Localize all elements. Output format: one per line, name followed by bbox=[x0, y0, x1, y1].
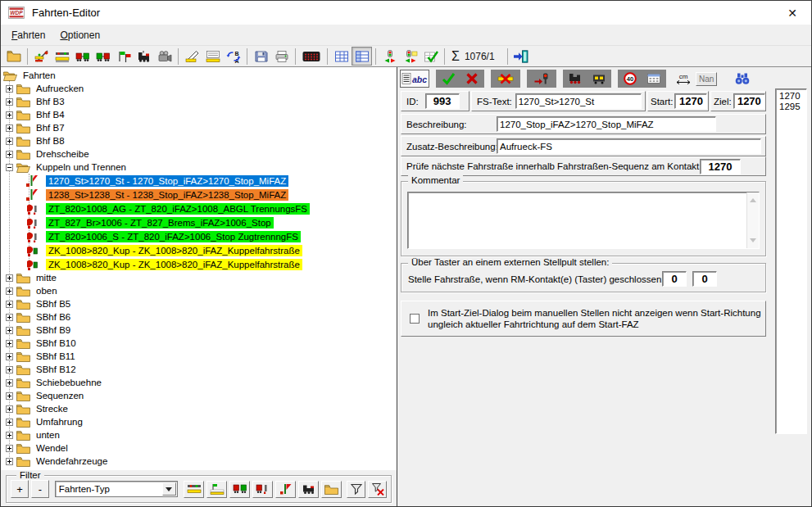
filter-wagons-red-green-button[interactable] bbox=[229, 481, 250, 498]
collapse-minus-icon[interactable] bbox=[6, 164, 13, 171]
expand-plus-icon[interactable] bbox=[6, 458, 13, 465]
tree-folder-item[interactable]: Bhf B3 bbox=[1, 95, 397, 108]
rename-abc-button[interactable]: abc bbox=[400, 70, 429, 88]
wagons-red-green-button[interactable] bbox=[72, 47, 93, 66]
tree-folder-item[interactable]: oben bbox=[1, 284, 397, 297]
tree-folder-item[interactable]: Bhf B8 bbox=[1, 134, 397, 147]
tree-folder-item[interactable]: Strecke bbox=[1, 402, 397, 415]
tree-folder-item[interactable]: SBhf B6 bbox=[1, 310, 397, 324]
track-profile-button[interactable] bbox=[52, 47, 72, 66]
expand-plus-icon[interactable] bbox=[6, 340, 13, 347]
exit-button[interactable] bbox=[511, 47, 532, 66]
tree-route-item[interactable]: ZK_1008>820_Kup - ZK_1008>820_iFAZ_Kuppe… bbox=[1, 257, 397, 271]
start-ziel-checkbox[interactable] bbox=[410, 314, 420, 324]
expand-plus-icon[interactable] bbox=[6, 419, 13, 426]
expand-plus-icon[interactable] bbox=[6, 124, 13, 132]
save-button[interactable] bbox=[251, 47, 271, 66]
tree-folder-item[interactable]: Drehscheibe bbox=[1, 147, 397, 161]
expand-plus-icon[interactable] bbox=[6, 353, 13, 360]
tree-folder-item[interactable]: Wendel bbox=[1, 441, 397, 455]
tree-folder-item[interactable]: SBhf B10 bbox=[1, 337, 397, 350]
locomotive-button[interactable] bbox=[565, 70, 586, 88]
combo-dropdown-arrow-icon[interactable] bbox=[162, 482, 176, 496]
tree-folder-item[interactable]: SBhf B11 bbox=[1, 350, 397, 363]
locomotive-button[interactable] bbox=[134, 47, 154, 66]
signal-transfer-right-button[interactable] bbox=[400, 47, 420, 66]
ab-swap-button[interactable]: B A bbox=[223, 47, 243, 66]
tree-folder-item[interactable]: Aufruecken bbox=[1, 82, 397, 95]
taster-kontakt-1-field[interactable]: 0 bbox=[662, 271, 687, 287]
kontakt-field[interactable]: 1270 bbox=[700, 159, 741, 174]
expand-plus-icon[interactable] bbox=[6, 366, 13, 373]
clear-filter-button[interactable] bbox=[368, 481, 387, 498]
tree-route-item[interactable]: ZT_820>1008_AG - ZT_820_iFAZ>1008_ABGL T… bbox=[1, 201, 397, 215]
expand-plus-icon[interactable] bbox=[6, 274, 13, 282]
expand-plus-icon[interactable] bbox=[6, 405, 13, 413]
kommentar-scrollbar[interactable] bbox=[746, 192, 759, 248]
kontakt-list-item[interactable]: 1270 bbox=[779, 91, 806, 102]
filter-wagon-split-button[interactable] bbox=[252, 481, 273, 498]
expand-plus-icon[interactable] bbox=[6, 287, 13, 295]
open-folder-button[interactable] bbox=[3, 47, 24, 66]
tree-route-item[interactable]: ZK_1008>820_Kup - ZK_1008>820_iFAZ_Kuppe… bbox=[1, 243, 397, 257]
speed-limit-button[interactable]: 40 bbox=[619, 70, 641, 88]
tree-folder-item[interactable]: Sequenzen bbox=[1, 389, 397, 402]
expand-plus-icon[interactable] bbox=[6, 314, 13, 321]
keyboard-matrix-button[interactable] bbox=[299, 47, 324, 66]
tree-folder-item[interactable]: Bhf B7 bbox=[1, 121, 397, 134]
expand-plus-icon[interactable] bbox=[6, 392, 13, 400]
filter-flag-signal-button[interactable] bbox=[275, 481, 296, 498]
kontakt-listbox[interactable]: 1270 1295 bbox=[775, 88, 807, 434]
tree-folder-item[interactable]: Wendefahrzeuge bbox=[1, 455, 397, 468]
track-list-button[interactable] bbox=[202, 47, 223, 66]
signal-transfer-left-button[interactable] bbox=[379, 47, 400, 66]
tree-folder-item[interactable]: SBhf B9 bbox=[1, 324, 397, 337]
track-edit-button[interactable] bbox=[182, 47, 202, 66]
filter-add-button[interactable]: + bbox=[11, 480, 29, 498]
expand-plus-icon[interactable] bbox=[6, 98, 13, 106]
zusatz-beschreibung-field[interactable]: Aufrueck-FS bbox=[497, 138, 761, 154]
keypad-button[interactable] bbox=[643, 70, 665, 88]
search-button[interactable] bbox=[732, 70, 753, 88]
beschreibung-field[interactable]: 1270_Stop_iFAZ>1270_Stop_MiFAZ bbox=[497, 116, 716, 132]
wagons-green-red-button[interactable] bbox=[93, 47, 113, 66]
delete-route-button[interactable] bbox=[492, 70, 519, 88]
expand-plus-icon[interactable] bbox=[6, 138, 13, 145]
table-split-button[interactable] bbox=[352, 47, 372, 66]
tree-route-item[interactable]: 1270_St>1270_St - 1270_Stop_iFAZ>1270_St… bbox=[1, 174, 397, 188]
tree-folder-item[interactable]: unten bbox=[1, 428, 397, 441]
flags-green-red-button[interactable] bbox=[113, 47, 134, 66]
close-button[interactable]: ✕ bbox=[773, 1, 811, 25]
expand-plus-icon[interactable] bbox=[6, 327, 13, 334]
nan-button[interactable]: Nan bbox=[696, 72, 717, 86]
tree-folder-kuppeln-und-trennen[interactable]: Kuppeln und Trennen bbox=[1, 161, 397, 174]
start-field[interactable]: 1270 bbox=[674, 93, 707, 109]
filter-type-combobox[interactable]: Fahrten-Typ bbox=[55, 481, 178, 497]
confirm-button[interactable] bbox=[438, 70, 459, 88]
filter-locomotive-button[interactable] bbox=[298, 481, 319, 498]
tree-route-item[interactable]: ZT_820>1006_S - ZT_820_iFAZ>1006_Stop Zu… bbox=[1, 229, 397, 243]
wagon-button[interactable] bbox=[588, 70, 610, 88]
filter-track-flag-button[interactable] bbox=[206, 481, 227, 498]
expand-plus-icon[interactable] bbox=[6, 151, 13, 158]
kontakt-list-item[interactable]: 1295 bbox=[779, 102, 806, 112]
filter-remove-button[interactable]: - bbox=[31, 480, 49, 498]
tree-route-item[interactable]: 1238_St>1238_St - 1238_Stop_iFAZ>1238_St… bbox=[1, 188, 397, 201]
tree-folder-item[interactable]: SBhf B5 bbox=[1, 297, 397, 310]
scroll-down-icon[interactable] bbox=[750, 238, 756, 246]
print-button[interactable] bbox=[271, 47, 292, 66]
expand-plus-icon[interactable] bbox=[6, 379, 13, 387]
delete-button[interactable] bbox=[461, 70, 483, 88]
scroll-up-icon[interactable] bbox=[750, 195, 756, 202]
filter-folder-button[interactable] bbox=[321, 481, 342, 498]
fs-text-field[interactable]: 1270_St>1270_St bbox=[515, 93, 642, 109]
tree-route-item[interactable]: ZT_827_Br>1006 - ZT_827_Brems_iFAZ>1006_… bbox=[1, 215, 397, 229]
expand-plus-icon[interactable] bbox=[6, 301, 13, 308]
ziel-field[interactable]: 1270 bbox=[733, 93, 765, 109]
id-field[interactable]: 993 bbox=[425, 93, 460, 109]
taster-kontakt-2-field[interactable]: 0 bbox=[692, 271, 717, 287]
tree-folder-item[interactable]: mitte bbox=[1, 271, 397, 284]
tree-root-fahrten[interactable]: Fahrten bbox=[1, 69, 397, 82]
route-switch-button[interactable] bbox=[31, 47, 52, 66]
table-grid-button[interactable] bbox=[331, 47, 352, 66]
